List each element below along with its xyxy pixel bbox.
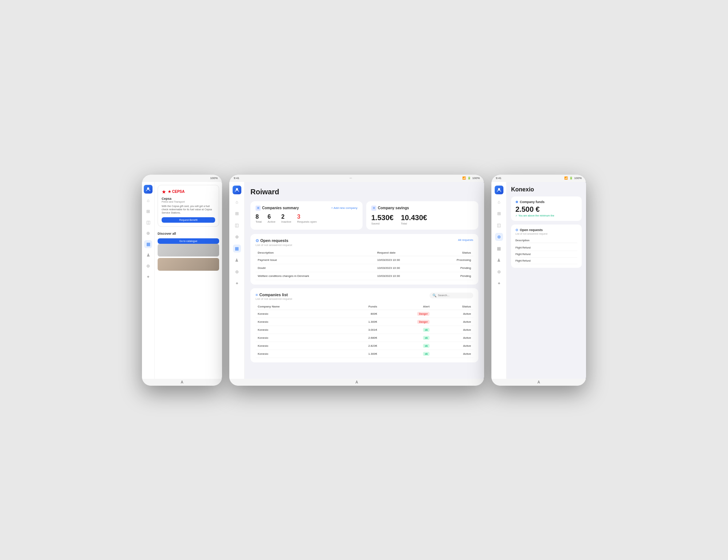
left-nav-home[interactable]: ⌂ [144,196,152,204]
right-or-row: Flight Refund [515,258,577,264]
company-funds: 1.300€ [338,350,379,358]
right-nav-globe[interactable]: ⊕ [495,233,503,241]
company-savings-header: ⊛ Company savings [371,206,473,211]
stat-total: 8 Total [256,214,262,223]
center-layout: ⌂ ⊞ ◫ ⊕ ▦ ♟ ⊛ ✦ Roiward [229,182,484,379]
left-nav-user[interactable]: ♟ [144,251,152,259]
company-funds-title: ⊛ Company funds [515,200,577,204]
discover-title: Discover all [158,232,219,235]
center-nav-grid[interactable]: ⊞ [233,210,241,218]
center-nav-doc[interactable]: ◫ [233,221,241,229]
left-nav-grid[interactable]: ⊞ [144,207,152,215]
company-alert: ok [379,334,432,342]
company-status: Active [432,350,473,358]
benefit-description: With the Cepsa gift card, you will get a… [162,204,215,214]
open-requests-title-text: Open requests [260,238,288,243]
request-description: Welfare conditions changes in Denmark [256,272,375,280]
add-new-company-button[interactable]: + Add new company [331,206,357,210]
left-main: ★ ★ CEPSA Cepsa Petrol and Transport Wit… [155,182,222,379]
request-benefit-button[interactable]: Request Benefit [162,217,215,223]
stat-active-value: 6 [268,214,276,220]
companies-list-icon: ≡ [256,293,258,297]
left-nav-star[interactable]: ✦ [144,273,152,281]
stat-total-label: Total [256,220,262,223]
savings-total-amount: 10.430€ [401,214,427,222]
companies-search-input[interactable] [438,294,470,297]
benefit-company-name: Cepsa [162,197,215,200]
company-funds: 1.300€ [338,318,379,326]
right-nav-grid[interactable]: ⊞ [495,210,503,218]
right-nav-doc[interactable]: ◫ [495,221,503,229]
center-nav-user[interactable]: ♟ [233,256,241,264]
center-nav-globe[interactable]: ⊕ [233,233,241,241]
companies-summary-title: Companies summary [262,206,299,210]
requests-table-row: Doubt 10/03/2023 10:30 Pending [256,264,473,272]
open-requests-card: ⊙ Open requests List of not answered req… [250,234,478,285]
request-description: Doubt [256,264,375,272]
savings-saved-label: Saved [371,222,393,225]
company-savings-icon: ⊛ [371,206,376,211]
all-requests-button[interactable]: All requests [458,238,473,242]
company-funds-note: ✓ You are above the minimum the [515,214,577,217]
left-nav-apps[interactable]: ▦ [144,240,152,248]
right-screen: 9:41 📶 🔋 100% ⌂ ⊞ ◫ ⊕ ▦ ♟ [491,175,586,386]
companies-col-funds: Funds [338,303,379,310]
svg-point-0 [147,187,149,190]
right-or-icon: ⊙ [515,228,518,232]
center-wifi-icon: 📶 [462,176,466,180]
right-battery-text: 100% [574,176,582,180]
go-to-catalogue-button[interactable]: Go to catalogue [158,238,219,244]
company-status: Active [432,334,473,342]
left-nav-globe[interactable]: ⊕ [144,229,152,237]
company-alert: ok [379,342,432,350]
svg-point-2 [498,188,500,190]
request-date: 10/03/2023 10:30 [375,256,433,264]
left-nav-gift[interactable]: ⊛ [144,262,152,270]
company-funds-title-text: Company funds [520,200,545,204]
stat-requests: 3 Requests open [297,214,317,223]
right-nav-gift[interactable]: ⊛ [495,268,503,276]
request-date: 10/03/2023 10:30 [375,272,433,280]
companies-list-title: ≡ Companies list [256,293,292,297]
center-nav-gift[interactable]: ⊛ [233,268,241,276]
company-status: Active [432,318,473,326]
center-main: Roiward ⊞ Companies summary + Add new co… [245,182,484,379]
companies-table-row: Konexio 800€ Danger Active [256,310,473,318]
company-funds-card: ⊛ Company funds 2.500 € ✓ You are above … [511,196,582,221]
companies-summary-title-row: ⊞ Companies summary [256,206,299,211]
stat-inactive: 2 Inactive [281,214,292,223]
company-alert: Danger [379,318,432,326]
right-bottom-label: A [491,379,586,386]
request-status: Pending [433,264,473,272]
companies-col-alert: Alert [379,303,432,310]
center-nav-star[interactable]: ✦ [233,279,241,287]
companies-table-row: Konexio 1.300€ ok Active [256,350,473,358]
stat-total-value: 8 [256,214,262,220]
center-screen: 9:41 ··· 📶 🔋 100% ⌂ ⊞ ◫ ⊕ ▦ [229,175,484,386]
company-savings-title: Company savings [378,206,409,210]
center-nav-apps[interactable]: ▦ [233,245,241,253]
companies-list-header: ≡ Companies list List of not answered re… [256,293,473,301]
discover-image-1 [158,244,219,257]
company-alert: Danger [379,310,432,318]
companies-stats-row: 8 Total 6 Active 2 Inactive [256,214,357,223]
savings-saved-amount: 1.530€ [371,214,393,222]
open-requests-header: ⊙ Open requests List of not answered req… [256,238,473,247]
stat-active-label: Active [268,220,276,223]
request-description: Payment Issue [256,256,375,264]
request-date: 10/03/2023 10:30 [375,264,433,272]
right-layout: ⌂ ⊞ ◫ ⊕ ▦ ♟ ⊛ ✦ Konexio ⊛ Company funds [491,182,586,379]
companies-col-status: Status [432,303,473,310]
left-nav-doc[interactable]: ◫ [144,218,152,226]
right-nav-star[interactable]: ✦ [495,279,503,287]
right-or-col-header: Description [515,238,577,243]
company-savings-card: ⊛ Company savings 1.530€ Saved [366,201,478,230]
center-nav-home[interactable]: ⌂ [233,198,241,206]
status-battery-left: 100% [210,176,218,180]
right-nav-home[interactable]: ⌂ [495,198,503,206]
companies-list-title-block: ≡ Companies list List of not answered re… [256,293,292,301]
left-nav: ⌂ ⊞ ◫ ⊕ ▦ ♟ ⊛ ✦ [142,182,155,379]
stat-inactive-label: Inactive [281,220,292,223]
right-nav-user[interactable]: ♟ [495,256,503,264]
right-nav-apps[interactable]: ▦ [495,245,503,253]
